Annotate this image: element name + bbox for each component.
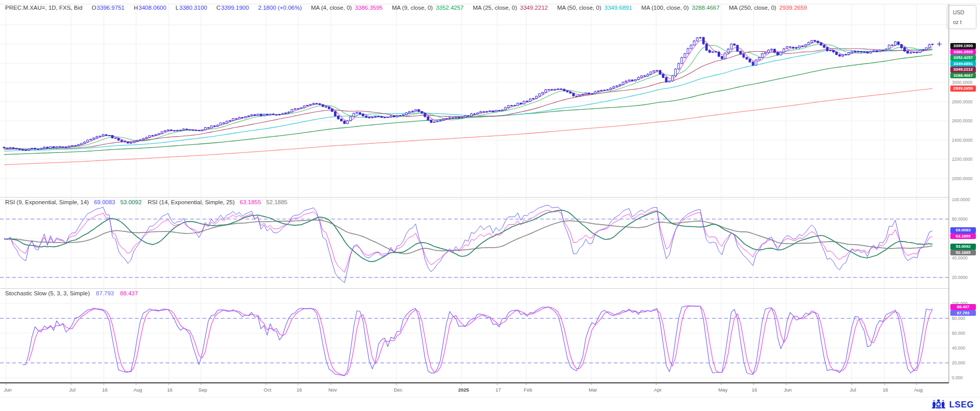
ohlc-high-value: 3408.0600 [139, 5, 166, 11]
axis-tick-label: 2200.0000 [952, 157, 972, 162]
x-axis-label: 16 [883, 387, 888, 393]
x-axis-label: Jul [850, 387, 856, 393]
axis-tick-label: 40.000 [952, 345, 965, 351]
rsi-value-1: 63.1855 [240, 199, 261, 205]
x-axis-label: Aug [133, 387, 142, 393]
instrument-title[interactable]: PREC.M.XAU=, 1D, FXS, Bid [5, 5, 82, 11]
ohlc-high-label: H [133, 5, 138, 11]
ma-legend-item-2[interactable]: MA (9, close, 0)3352.4257 [392, 5, 463, 11]
price-tag: 3349.2212 [950, 67, 976, 73]
price-tag: 3288.4667 [950, 73, 976, 79]
lseg-crest-icon [931, 399, 946, 411]
ohlc-close: C3399.1900 [216, 5, 249, 11]
x-axis-label: Jun [784, 387, 791, 393]
ma-legend-label: MA (50, close, 0) [557, 5, 601, 11]
axis-tick-label: 2600.0000 [952, 118, 972, 123]
unit-measure-label: oz t [953, 19, 976, 25]
price-tag: 3352.4257 [950, 55, 976, 61]
axis-tick-label: 60.000 [952, 331, 965, 336]
stoch-panel-title: Stochastic Slow (5, 3, 3, Simple) 87.793… [5, 290, 138, 296]
x-axis-label: 2025 [458, 387, 469, 393]
rsi-group-2[interactable]: RSI (14, Exponential, Simple, 25)63.1855… [148, 199, 287, 205]
x-axis-label: 16 [297, 387, 302, 393]
price-tag: 3349.6891 [950, 61, 976, 67]
ma-legend-value: 3288.4667 [692, 5, 720, 11]
price-tag: 69.0083 [950, 227, 976, 233]
ma-legend-item-6[interactable]: MA (250, close, 0)2939.2659 [729, 5, 807, 11]
ma-legend-value: 2939.2659 [779, 5, 807, 11]
axis-tick-label: 2400.0000 [952, 138, 972, 143]
x-axis-label: Dec [394, 387, 403, 393]
rsi-value-1: 69.0083 [94, 199, 116, 205]
axis-tick-label: 80.0000 [952, 217, 968, 222]
price-tag: 3386.3595 [950, 49, 976, 55]
price-tag: 63.1855 [950, 233, 976, 240]
ma-legend-label: MA (9, close, 0) [392, 5, 433, 11]
chart-legend-bar: PREC.M.XAU=, 1D, FXS, Bid O3396.9751H340… [5, 5, 807, 11]
price-tag: 88.437 [950, 304, 976, 310]
x-axis-label: Nov [328, 387, 337, 393]
stoch-value-1: 87.793 [96, 290, 114, 296]
ma-legend-item-4[interactable]: MA (50, close, 0)3349.6891 [557, 5, 632, 11]
x-axis-label: 16 [752, 387, 758, 393]
lseg-logo: LSEG [931, 399, 974, 411]
axis-tick-label: 0.000 [952, 375, 963, 380]
x-axis-label: Jul [69, 387, 75, 393]
ma-legend-value: 3386.3595 [355, 5, 383, 11]
x-axis-label: 17 [496, 387, 501, 393]
axis-tick-label: 40.0000 [952, 255, 968, 261]
x-axis-label: Sep [198, 387, 207, 393]
price-tag: 3399.1900 [950, 43, 976, 49]
ma-legend-value: 3352.4257 [436, 5, 463, 11]
price-tag: 87.793 [950, 310, 976, 316]
axis-tick-label: 2800.0000 [952, 99, 972, 104]
rsi-value-2: 52.1885 [266, 199, 287, 205]
rsi-panel-title: RSI (9, Exponential, Simple, 14)69.00835… [5, 199, 287, 205]
ma-legend-label: MA (4, close, 0) [311, 5, 352, 11]
ohlc-low-value: 3380.3100 [180, 5, 207, 11]
price-tag: 2939.2659 [950, 85, 976, 92]
ohlc-close-label: C [216, 5, 220, 11]
rsi-group-title: RSI (14, Exponential, Simple, 25) [148, 199, 235, 205]
ohlc-high: H3408.0600 [133, 5, 166, 11]
axis-tick-label: 3000.0000 [952, 80, 972, 85]
stoch-title-text[interactable]: Stochastic Slow (5, 3, 3, Simple) [5, 290, 90, 296]
ma-legend-label: MA (100, close, 0) [641, 5, 689, 11]
x-axis-label: Feb [524, 387, 532, 393]
x-axis-label: 16 [167, 387, 173, 393]
axis-tick-label: 100.0000 [952, 197, 970, 202]
chart-window: PREC.M.XAU=, 1D, FXS, Bid O3396.9751H340… [0, 0, 980, 411]
lseg-logo-text: LSEG [949, 400, 974, 410]
axis-tick-label: 20.000 [952, 360, 965, 365]
ma-legend-item-5[interactable]: MA (100, close, 0)3288.4667 [641, 5, 720, 11]
ma-legend-label: MA (25, close, 0) [473, 5, 517, 11]
ohlc-open-label: O [92, 5, 96, 11]
ma-legend-label: MA (250, close, 0) [729, 5, 776, 11]
ohlc-close-value: 3399.1900 [221, 5, 249, 11]
axis-tick-label: 20.0000 [952, 275, 968, 280]
ma-legend-item-1[interactable]: MA (4, close, 0)3386.3595 [311, 5, 383, 11]
ohlc-open: O3396.9751 [92, 5, 124, 11]
x-axis-label: 16 [102, 387, 108, 393]
ohlc-open-value: 3396.9751 [97, 5, 124, 11]
rsi-group-title: RSI (9, Exponential, Simple, 14) [5, 199, 89, 205]
rsi-value-2: 53.0092 [120, 199, 142, 205]
axis-unit-box[interactable]: USD oz t [947, 5, 976, 29]
axis-tick-label: 2000.0000 [952, 176, 972, 181]
ohlc-low-label: L [175, 5, 179, 11]
change-value: 2.1800 (+0.06%) [258, 5, 302, 11]
x-axis-label: Aug [914, 387, 923, 393]
ma-legend-value: 3349.6891 [604, 5, 632, 11]
axis-tick-label: 80.000 [952, 316, 965, 321]
ma-legend-value: 3349.2212 [520, 5, 548, 11]
rsi-group-1[interactable]: RSI (9, Exponential, Simple, 14)69.00835… [5, 199, 142, 205]
x-axis-label: Oct [264, 387, 272, 393]
x-axis-label: Mar [589, 387, 597, 393]
price-tag: 52.1885 [950, 250, 976, 256]
ma-legend-item-3[interactable]: MA (25, close, 0)3349.2212 [473, 5, 548, 11]
x-axis-label: May [719, 387, 728, 393]
stoch-value-2: 88.437 [120, 290, 138, 296]
unit-currency-label: USD [953, 9, 976, 15]
price-tag: 53.0092 [950, 244, 976, 250]
ohlc-low: L3380.3100 [175, 5, 207, 11]
